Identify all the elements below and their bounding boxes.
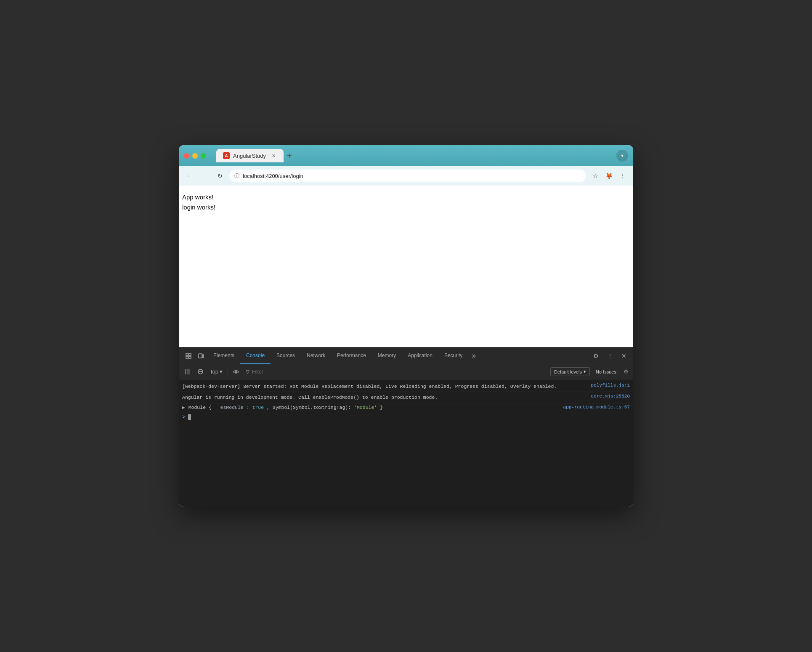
svg-rect-6 <box>185 369 186 374</box>
svg-rect-2 <box>189 353 191 355</box>
tab-sources[interactable]: Sources <box>271 347 301 364</box>
sidebar-toggle-button[interactable] <box>182 367 193 376</box>
nav-actions: ☆ 🦊 ⋮ <box>589 170 628 182</box>
bookmark-button[interactable]: ☆ <box>589 170 601 182</box>
traffic-lights <box>184 153 206 159</box>
dropdown-arrow-icon: ▾ <box>220 368 223 375</box>
no-issues-label: No Issues <box>596 369 616 374</box>
clear-console-button[interactable] <box>195 367 206 376</box>
address-bar[interactable]: ⓘ localhost:4200/user/login <box>229 170 586 182</box>
tab-network[interactable]: Network <box>301 347 331 364</box>
reload-button[interactable]: ↻ <box>214 170 226 182</box>
console-module-link[interactable]: app-routing.module.ts:67 <box>563 405 630 410</box>
no-issues-button[interactable]: No Issues <box>592 368 620 376</box>
console-settings-button[interactable]: ⚙ <box>622 367 630 376</box>
top-label: top <box>211 368 218 375</box>
devtools-panel: Elements Console Sources Network Perform… <box>179 347 633 507</box>
browser-window: A AngularStudy ✕ + ▾ ← → ↻ ⓘ localhost:4… <box>179 145 633 507</box>
svg-rect-7 <box>187 369 190 374</box>
default-levels-button[interactable]: Default levels ▾ <box>550 367 590 376</box>
nav-bar: ← → ↻ ⓘ localhost:4200/user/login ☆ 🦊 ⋮ <box>179 166 633 186</box>
console-prompt-symbol: > <box>182 414 186 420</box>
browser-tab[interactable]: A AngularStudy ✕ <box>216 149 284 162</box>
devtools-tabs-bar: Elements Console Sources Network Perform… <box>179 347 633 364</box>
extension-button[interactable]: 🦊 <box>603 170 615 182</box>
filter-icon: ▽ <box>246 369 249 375</box>
default-levels-arrow-icon: ▾ <box>584 369 586 374</box>
console-module-text: Module { __esModule : true , Symbol(Symb… <box>188 405 560 410</box>
svg-rect-1 <box>186 356 188 358</box>
toolbar-divider <box>228 368 228 376</box>
webpage-content: App works! login works! <box>179 186 633 347</box>
console-message-2: Angular is running in development mode. … <box>179 392 633 403</box>
tab-security[interactable]: Security <box>438 347 468 364</box>
console-output: [webpack-dev-server] Server started: Hot… <box>179 379 633 507</box>
console-message-1-text: [webpack-dev-server] Server started: Hot… <box>182 383 588 390</box>
security-icon: ⓘ <box>234 172 239 180</box>
browser-dropdown-button[interactable]: ▾ <box>616 150 628 162</box>
svg-point-10 <box>235 371 237 373</box>
filter-input[interactable] <box>252 369 546 375</box>
console-input-line[interactable]: > <box>179 411 633 423</box>
devtools-device-icon[interactable] <box>195 350 207 361</box>
url-text: localhost:4200/user/login <box>243 173 581 179</box>
console-toolbar: top ▾ ▽ Default levels ▾ No Issues <box>179 364 633 379</box>
more-tabs-button[interactable]: » <box>468 351 479 360</box>
top-context-button[interactable]: top ▾ <box>208 367 225 376</box>
devtools-more-options-button[interactable]: ⋮ <box>604 350 616 362</box>
svg-rect-3 <box>189 356 191 358</box>
back-button[interactable]: ← <box>184 170 196 182</box>
title-bar: A AngularStudy ✕ + ▾ <box>179 145 633 166</box>
tab-close-button[interactable]: ✕ <box>270 152 277 159</box>
tab-title: AngularStudy <box>233 153 266 159</box>
tab-performance[interactable]: Performance <box>331 347 372 364</box>
console-message-1: [webpack-dev-server] Server started: Hot… <box>179 381 633 392</box>
console-message-2-text: Angular is running in development mode. … <box>182 394 588 401</box>
tab-memory[interactable]: Memory <box>372 347 402 364</box>
webpage-line1: App works! <box>182 192 630 202</box>
tab-application[interactable]: Application <box>402 347 438 364</box>
devtools-close-button[interactable]: ✕ <box>618 350 630 362</box>
devtools-settings-button[interactable]: ⚙ <box>590 350 602 362</box>
close-button[interactable] <box>184 153 189 159</box>
filter-area: ▽ <box>244 369 548 375</box>
forward-button[interactable]: → <box>199 170 211 182</box>
console-cursor <box>188 414 191 420</box>
webpage-line2: login works! <box>182 202 630 212</box>
tab-favicon: A <box>223 152 230 159</box>
new-tab-button[interactable]: + <box>284 149 295 162</box>
svg-rect-4 <box>199 354 202 358</box>
tab-elements[interactable]: Elements <box>207 347 240 364</box>
default-levels-label: Default levels <box>554 369 582 374</box>
tab-console[interactable]: Console <box>240 347 271 364</box>
console-module-line: ▶ Module { __esModule : true , Symbol(Sy… <box>179 403 633 411</box>
menu-button[interactable]: ⋮ <box>616 170 628 182</box>
svg-rect-5 <box>202 355 204 358</box>
eye-button[interactable] <box>231 368 241 376</box>
devtools-inspect-icon[interactable] <box>182 350 195 361</box>
maximize-button[interactable] <box>201 153 206 159</box>
expand-module-arrow[interactable]: ▶ <box>182 405 185 410</box>
tab-bar: A AngularStudy ✕ + <box>216 149 613 162</box>
svg-rect-0 <box>186 353 188 355</box>
console-message-2-link[interactable]: core.mjs:25520 <box>591 394 630 399</box>
console-message-1-link[interactable]: polyfills.js:1 <box>591 383 630 388</box>
devtools-tab-actions: ⚙ ⋮ ✕ <box>590 350 630 362</box>
minimize-button[interactable] <box>192 153 198 159</box>
